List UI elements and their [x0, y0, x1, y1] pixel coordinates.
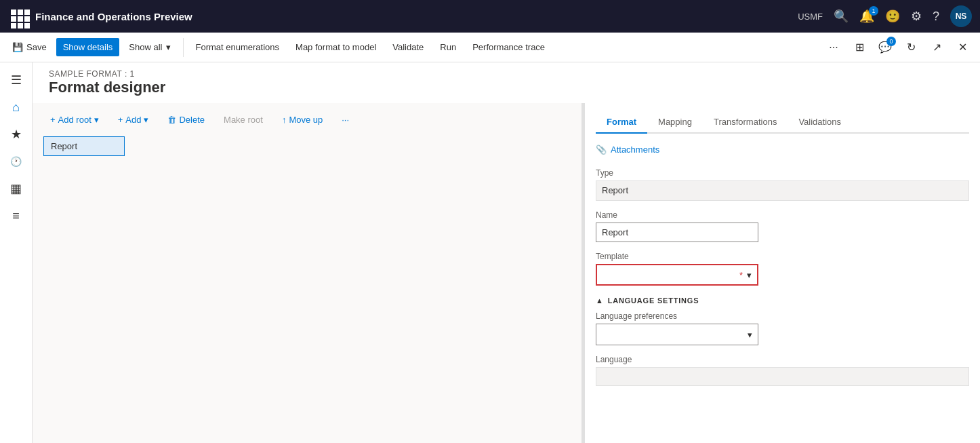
show-details-button[interactable]: Show details	[56, 38, 120, 56]
template-label: Template	[596, 252, 969, 261]
language-settings-section[interactable]: ▲ LANGUAGE SETTINGS	[596, 296, 969, 305]
avatar[interactable]: NS	[950, 5, 972, 27]
paperclip-icon: 📎	[596, 145, 607, 155]
content-body: + Add root ▾ + Add ▾ 🗑 Delete Make ro	[33, 103, 980, 443]
title-bar-right: USMF 🔍 🔔 1 🙂 ⚙ ? NS	[798, 5, 972, 27]
sidebar-item-recent[interactable]: 🕐	[4, 149, 28, 174]
settings-icon[interactable]: ⚙	[911, 9, 922, 24]
language-label: Language	[596, 355, 969, 364]
panel-tabs: Format Mapping Transformations Validatio…	[596, 111, 969, 134]
attachments-button[interactable]: 📎 Attachments	[596, 142, 969, 157]
app-title: Finance and Operations Preview	[35, 11, 798, 22]
language-preferences-label: Language preferences	[596, 311, 969, 321]
sidebar-item-workspaces[interactable]: ▦	[4, 176, 28, 201]
sidebar-item-favorites[interactable]: ★	[4, 122, 28, 147]
messages-button[interactable]: 💬 0	[873, 35, 897, 60]
search-icon[interactable]: 🔍	[834, 9, 849, 24]
move-up-icon: ↑	[282, 115, 287, 125]
right-panel: Format Mapping Transformations Validatio…	[584, 103, 980, 443]
type-label: Type	[596, 168, 969, 178]
name-field: Name	[596, 210, 969, 242]
close-button[interactable]: ✕	[950, 35, 975, 60]
move-up-button[interactable]: ↑ Move up	[275, 111, 329, 128]
template-field: Template * ▾	[596, 252, 969, 286]
messages-badge: 0	[886, 37, 896, 46]
more-options-button[interactable]: ···	[821, 35, 846, 60]
main-layout: ☰ ⌂ ★ 🕐 ▦ ≡ SAMPLE FORMAT : 1 Format des…	[0, 62, 980, 443]
tab-format[interactable]: Format	[596, 111, 647, 134]
notification-button[interactable]: 🔔 1	[859, 9, 874, 24]
add-chevron-icon: ▾	[144, 115, 148, 125]
expand-button[interactable]: ⊞	[847, 35, 872, 60]
tab-validations[interactable]: Validations	[788, 111, 852, 134]
show-all-button[interactable]: Show all ▾	[122, 38, 177, 56]
format-enumerations-button[interactable]: Format enumerations	[189, 38, 287, 56]
delete-button[interactable]: 🗑 Delete	[161, 111, 211, 128]
language-field: Language	[596, 355, 969, 386]
tab-mapping[interactable]: Mapping	[647, 111, 703, 134]
tree-toolbar: + Add root ▾ + Add ▾ 🗑 Delete Make ro	[43, 111, 571, 128]
type-value: Report	[596, 180, 969, 201]
breadcrumb: SAMPLE FORMAT : 1	[49, 69, 964, 79]
tenant-label: USMF	[798, 12, 823, 22]
name-label: Name	[596, 210, 969, 220]
tree-panel: + Add root ▾ + Add ▾ 🗑 Delete Make ro	[33, 103, 581, 443]
command-bar: 💾 Save Show details Show all ▾ Format en…	[0, 33, 980, 62]
sidebar-item-menu[interactable]: ☰	[4, 68, 28, 92]
content-area: SAMPLE FORMAT : 1 Format designer + Add …	[33, 62, 980, 443]
add-root-chevron-icon: ▾	[94, 115, 99, 125]
tree-more-button[interactable]: ···	[335, 111, 356, 128]
open-in-new-button[interactable]: ↗	[924, 35, 949, 60]
page-title: Format designer	[49, 79, 964, 103]
type-field: Type Report	[596, 168, 969, 201]
add-button[interactable]: + Add ▾	[111, 111, 156, 128]
add-root-button[interactable]: + Add root ▾	[43, 111, 106, 128]
separator-1	[183, 38, 184, 57]
save-button[interactable]: 💾 Save	[5, 38, 54, 56]
add-root-plus-icon: +	[50, 115, 56, 125]
save-icon: 💾	[12, 42, 23, 52]
command-bar-right: ··· ⊞ 💬 0 ↻ ↗ ✕	[821, 35, 975, 60]
run-button[interactable]: Run	[433, 38, 463, 56]
tab-transformations[interactable]: Transformations	[703, 111, 788, 134]
required-star: *	[739, 270, 743, 280]
section-collapse-icon: ▲	[596, 296, 604, 305]
tree-node-label: Report	[51, 141, 77, 151]
left-sidebar: ☰ ⌂ ★ 🕐 ▦ ≡	[0, 62, 33, 443]
delete-icon: 🗑	[167, 115, 176, 125]
name-input[interactable]	[596, 223, 758, 242]
template-chevron-icon: ▾	[747, 270, 752, 280]
language-preferences-dropdown[interactable]: ▾	[596, 324, 758, 345]
make-root-button[interactable]: Make root	[217, 111, 270, 128]
template-dropdown[interactable]: * ▾	[596, 264, 758, 286]
language-value	[596, 367, 969, 386]
refresh-button[interactable]: ↻	[899, 35, 923, 60]
tree-node-report[interactable]: Report	[43, 136, 125, 156]
sidebar-item-list[interactable]: ≡	[4, 204, 28, 228]
notification-badge: 1	[869, 6, 878, 16]
show-all-chevron-icon: ▾	[166, 42, 171, 52]
language-preferences-chevron-icon: ▾	[748, 330, 752, 340]
title-bar: Finance and Operations Preview USMF 🔍 🔔 …	[0, 0, 980, 33]
smiley-icon[interactable]: 🙂	[885, 9, 900, 24]
apps-icon[interactable]	[8, 7, 27, 26]
help-icon[interactable]: ?	[933, 9, 939, 24]
validate-button[interactable]: Validate	[386, 38, 430, 56]
map-format-to-model-button[interactable]: Map format to model	[289, 38, 383, 56]
language-preferences-field: Language preferences ▾	[596, 311, 969, 345]
performance-trace-button[interactable]: Performance trace	[466, 38, 552, 56]
page-header: SAMPLE FORMAT : 1 Format designer	[33, 62, 980, 103]
sidebar-item-home[interactable]: ⌂	[4, 95, 28, 119]
add-plus-icon: +	[118, 115, 123, 125]
